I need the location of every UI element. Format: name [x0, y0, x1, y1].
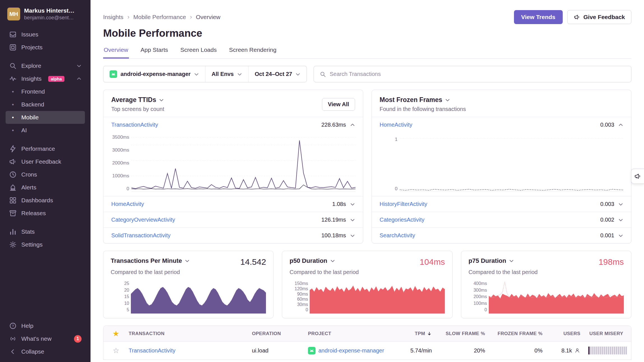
frozen-frames-chart[interactable]	[400, 134, 624, 192]
star-toggle[interactable]: ☆	[113, 346, 119, 355]
ttid-value: 126.19ms	[321, 217, 346, 223]
chevron-up-icon	[77, 76, 82, 81]
sort-desc-icon	[427, 331, 432, 336]
sidebar-item-ai[interactable]: • AI	[6, 124, 85, 137]
slow-frame-cell: 20%	[474, 347, 493, 354]
chevron-down-icon	[618, 202, 623, 207]
frozen-value: 0.003	[600, 122, 614, 128]
bullet-icon: •	[9, 101, 17, 108]
panel-subtitle: Found in the following transactions	[380, 106, 466, 112]
transaction-link[interactable]: SearchActivity	[380, 232, 415, 239]
project-cell: android-expense-manager	[308, 347, 392, 354]
sidebar-item-alerts[interactable]: Alerts	[6, 181, 85, 194]
chevron-down-icon	[618, 233, 623, 238]
project-link[interactable]: android-expense-manager	[318, 347, 384, 354]
give-feedback-label: Give Feedback	[583, 14, 625, 20]
frozen-row-categoriesactivity[interactable]: CategoriesActivity 0.002	[372, 212, 631, 228]
column-header-tpm[interactable]: TPM	[415, 331, 440, 337]
column-header-frozen-frame[interactable]: FROZEN FRAME %	[498, 331, 550, 337]
chevron-down-icon	[77, 63, 82, 68]
column-header-operation[interactable]: OPERATION	[252, 331, 308, 337]
transaction-link[interactable]: HomeActivity	[111, 201, 144, 207]
average-ttids-title[interactable]: Average TTIDs	[111, 96, 164, 104]
search-input[interactable]	[330, 71, 626, 77]
android-icon	[110, 70, 117, 78]
chevron-down-icon	[159, 98, 164, 103]
column-header-user-misery[interactable]: USER MISERY	[589, 331, 631, 337]
transaction-link[interactable]: HomeActivity	[380, 122, 413, 128]
ttid-row-homeactivity[interactable]: HomeActivity 1.08s	[103, 196, 363, 212]
ttid-chart[interactable]	[131, 134, 356, 192]
ttid-chart-y-axis: 3500ms3000ms2000ms1000ms0	[107, 134, 129, 192]
environment-selector[interactable]: All Envs	[205, 66, 249, 82]
ttid-row-solidtransactionactivity[interactable]: SolidTransactionActivity 100.18ms	[103, 228, 363, 243]
transaction-link[interactable]: TransactionActivity	[129, 347, 175, 354]
tab-screen-loads[interactable]: Screen Loads	[180, 47, 217, 59]
date-range-selector[interactable]: Oct 24–Oct 27	[249, 66, 307, 82]
ttid-value: 1.08s	[332, 201, 346, 207]
frozen-row-historyfilteractivity[interactable]: HistoryFilterActivity 0.003	[372, 196, 631, 212]
chevron-down-icon	[509, 258, 514, 263]
chevron-up-icon	[350, 122, 355, 127]
sidebar-item-whats-new[interactable]: What's new 1	[6, 332, 85, 345]
frozen-chart-y-axis: 10	[375, 134, 398, 192]
tpm-card-title[interactable]: Transactions Per Minute	[111, 257, 190, 264]
sidebar-item-label: What's new	[21, 335, 52, 342]
sidebar-item-dashboards[interactable]: Dashboards	[6, 194, 85, 207]
bullet-icon: •	[9, 88, 17, 96]
metric-subtitle: Compared to the last period	[111, 269, 266, 275]
transaction-link[interactable]: TransactionActivity	[111, 122, 158, 128]
megaphone-icon	[634, 173, 641, 180]
collapse-icon	[9, 348, 17, 356]
chevron-down-icon	[194, 72, 199, 77]
sidebar-item-mobile[interactable]: • Mobile	[6, 111, 85, 124]
column-header-slow-frame[interactable]: SLOW FRAME %	[446, 331, 493, 337]
breadcrumb-mobile-performance[interactable]: Mobile Performance	[133, 14, 186, 20]
most-frozen-frames-title[interactable]: Most Frozen Frames	[380, 96, 466, 104]
sidebar-item-performance[interactable]: Performance	[6, 142, 85, 155]
transaction-link[interactable]: CategoriesActivity	[380, 217, 425, 223]
sidebar-item-user-feedback[interactable]: User Feedback	[6, 155, 85, 168]
ttid-row-categoryoverviewactivity[interactable]: CategoryOverviewActivity 126.19ms	[103, 212, 363, 228]
sidebar-item-frontend[interactable]: • Frontend	[6, 85, 85, 98]
view-all-button[interactable]: View All	[322, 98, 355, 111]
breadcrumb-insights[interactable]: Insights	[103, 14, 123, 20]
sidebar-item-settings[interactable]: Settings	[6, 238, 85, 251]
column-header-users[interactable]: USERS	[563, 331, 588, 337]
sidebar-item-label: Frontend	[21, 88, 45, 95]
star-icon[interactable]: ★	[113, 330, 119, 338]
sidebar-item-collapse[interactable]: Collapse	[6, 345, 85, 358]
transaction-link[interactable]: CategoryOverviewActivity	[111, 217, 175, 223]
sidebar-item-label: Performance	[21, 145, 55, 152]
p75-chart	[489, 279, 624, 314]
sidebar-item-projects[interactable]: Projects	[6, 41, 85, 54]
ttid-row-transactionactivity[interactable]: TransactionActivity 228.63ms	[103, 117, 363, 133]
sidebar-item-stats[interactable]: Stats	[6, 225, 85, 238]
sidebar-item-help[interactable]: ? Help	[6, 319, 85, 332]
give-feedback-button[interactable]: Give Feedback	[567, 10, 631, 24]
sidebar-item-insights[interactable]: Insights alpha	[6, 72, 85, 85]
floating-feedback-button[interactable]	[631, 169, 644, 184]
user-menu[interactable]: MH Markus Hinterst… benjamin.coe@sent…	[7, 7, 83, 21]
transaction-link[interactable]: HistoryFilterActivity	[380, 201, 427, 207]
tab-app-starts[interactable]: App Starts	[140, 47, 169, 59]
p50-card-title[interactable]: p50 Duration	[289, 257, 335, 264]
archive-icon	[9, 209, 17, 217]
project-selector[interactable]: android-expense-manager	[103, 66, 205, 82]
sidebar-item-crons[interactable]: Crons	[6, 168, 85, 181]
view-trends-button[interactable]: View Trends	[514, 10, 563, 24]
sidebar-item-releases[interactable]: Releases	[6, 207, 85, 220]
sidebar-item-explore[interactable]: Explore	[6, 59, 85, 72]
frozen-row-searchactivity[interactable]: SearchActivity 0.001	[372, 228, 631, 243]
column-header-transaction[interactable]: TRANSACTION	[129, 331, 252, 337]
tab-screen-rendering[interactable]: Screen Rendering	[228, 47, 277, 59]
date-range-value: Oct 24–Oct 27	[255, 71, 292, 77]
transaction-link[interactable]: SolidTransactionActivity	[111, 232, 171, 239]
user-name: Markus Hinterst…	[24, 7, 75, 14]
p75-card-title[interactable]: p75 Duration	[469, 257, 514, 264]
tab-overview[interactable]: Overview	[103, 47, 129, 59]
frozen-row-homeactivity[interactable]: HomeActivity 0.003	[372, 117, 631, 133]
column-header-project[interactable]: PROJECT	[308, 331, 392, 337]
sidebar-item-issues[interactable]: Issues	[6, 28, 85, 41]
sidebar-item-backend[interactable]: • Backend	[6, 98, 85, 111]
